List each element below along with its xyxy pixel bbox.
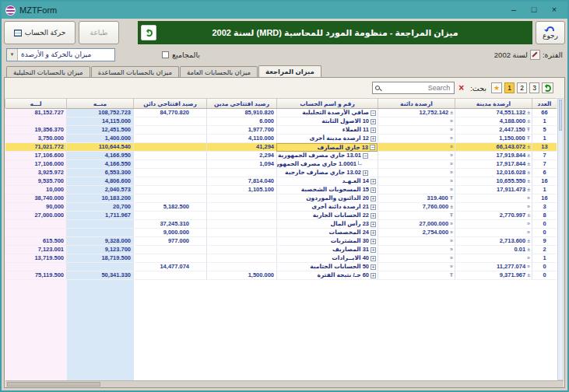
- expand-icon[interactable]: +: [371, 119, 376, 124]
- refresh-search-button[interactable]: [542, 82, 553, 93]
- print-button[interactable]: طباعة: [79, 21, 119, 44]
- expand-icon[interactable]: +: [371, 230, 376, 236]
- horizontal-scrollbar[interactable]: [5, 380, 564, 387]
- vertical-scrollbar[interactable]: [557, 98, 564, 380]
- cell-to: 81,152.727: [5, 109, 66, 117]
- expand-icon[interactable]: +: [371, 213, 376, 219]
- cell-debit-balance: ±10,655.550: [455, 177, 532, 186]
- table-row[interactable]: 1±17,911.473«+15 المسحوبات الشخصية1,105.…: [5, 186, 557, 194]
- tab-general-accounts[interactable]: ميزان بالحسابات العامة: [180, 66, 258, 77]
- header-account[interactable]: رقم و اسم الحساب: [276, 99, 378, 108]
- expand-icon[interactable]: +: [371, 239, 376, 244]
- table-row[interactable]: 8±2,770.997Ŧ+22 الحسابات الجارية1,711.96…: [5, 212, 557, 220]
- cell-debit-balance: ±74,551.132: [455, 109, 532, 117]
- table-row[interactable]: 1Ŧ1,150.000«+12 ارصدة مدينة أخرى4,110.00…: [5, 135, 557, 143]
- cell-opening-debit: 1,977.700: [206, 126, 276, 135]
- cell-to: 75,119.500: [5, 271, 66, 280]
- cell-to: 3,925.972: [5, 169, 66, 177]
- account-name: 12 ارصدة مدينة أخرى: [310, 135, 369, 142]
- refresh-button[interactable]: [141, 25, 156, 40]
- period-value: لسنة 2002: [494, 51, 528, 59]
- table-row[interactable]: 0««2,754.000+24 المخصصات9,000.000: [5, 229, 557, 237]
- maximize-button[interactable]: □: [525, 4, 543, 16]
- expand-icon[interactable]: +: [371, 247, 376, 253]
- expand-icon[interactable]: +: [371, 179, 376, 184]
- expand-icon[interactable]: +: [371, 128, 376, 133]
- expand-icon[interactable]: +: [371, 196, 376, 201]
- header-opening-credit[interactable]: رصيد افتتاحي دائن: [133, 99, 206, 108]
- expand-icon[interactable]: +: [371, 273, 376, 278]
- cell-credit-balance: «: [378, 135, 455, 143]
- collapse-icon[interactable]: −: [371, 110, 376, 116]
- cell-debit-balance: ±66,143.072: [455, 143, 532, 152]
- favorites-button[interactable]: ★: [491, 82, 502, 93]
- refresh-icon: [146, 30, 153, 37]
- expand-icon[interactable]: +: [371, 187, 376, 193]
- expand-icon[interactable]: +: [371, 256, 376, 261]
- expand-icon[interactable]: +: [371, 222, 376, 227]
- expand-icon[interactable]: +: [363, 170, 368, 176]
- close-button[interactable]: ×: [545, 4, 564, 16]
- page-button-1[interactable]: 1: [504, 82, 515, 93]
- table-row[interactable]: 0«11,277.074«+50 الحسابات الختامية14,477…: [5, 263, 557, 271]
- header-from[interactable]: منــه: [66, 99, 133, 108]
- clear-search-icon[interactable]: ×: [457, 83, 465, 93]
- table-row[interactable]: 0««27,000.000+23 رأس المال37,245.310: [5, 220, 557, 229]
- page-button-3[interactable]: 3: [529, 82, 539, 93]
- mode-dropdown[interactable]: ▼ ميزان بالحركة و الأرصدة: [6, 48, 115, 61]
- cell-from: 1,711.967: [66, 212, 133, 220]
- header-count[interactable]: العدد: [532, 99, 557, 108]
- table-row[interactable]: 16±10,655.550«+14 العـهـد7,814.0404,806.…: [5, 177, 557, 186]
- tab-auxiliary-accounts[interactable]: ميزان بالحسابات المساعدة: [91, 66, 179, 77]
- collapse-icon[interactable]: −: [370, 145, 375, 150]
- cell-account: 1.0001 جاري مصرف الجمهورية - مصراتة ...: [276, 160, 378, 169]
- totals-checkbox[interactable]: [162, 51, 169, 58]
- minimize-button[interactable]: –: [504, 4, 523, 16]
- table-row[interactable]: 66±74,551.132±12,752.142−صافي الأرصدة ال…: [5, 109, 557, 117]
- table-row[interactable]: 5Ŧ2,447.150«+11 العملاء1,977.70012,451.5…: [5, 126, 557, 135]
- app-icon: [5, 5, 16, 16]
- cell-credit-balance: ±7,760.000: [378, 203, 455, 212]
- expand-icon[interactable]: +: [371, 264, 376, 270]
- search-input[interactable]: [380, 83, 451, 93]
- expand-icon[interactable]: +: [371, 136, 376, 142]
- collapse-icon[interactable]: −: [363, 153, 368, 159]
- header-debit-balances[interactable]: ارصدة مدينة: [455, 99, 532, 108]
- account-name: 13.02 جاري مصارف خارجية: [285, 169, 361, 177]
- header-credit-balances[interactable]: ارصدة دائنة: [378, 99, 455, 108]
- period-edit-button[interactable]: [530, 50, 540, 60]
- table-row[interactable]: 3«±7,760.000+21 ارصدة دائنة أخرى5,182.50…: [5, 203, 557, 212]
- cell-debit-balance: ±12,016.028: [455, 169, 532, 177]
- table-row[interactable]: 7±17,919.844«−13.01 جاري مصرف الجمهورية2…: [5, 152, 557, 160]
- header-to[interactable]: لـــه: [5, 99, 66, 108]
- table-row[interactable]: 2±0.01«+31 المصاريف9,123.7007,123.001: [5, 246, 557, 254]
- account-movement-button[interactable]: حركة الحساب: [4, 21, 76, 44]
- table-row[interactable]: 0±9,371.967Ŧ+60 حـ/ نتيجة الفترة1,500.00…: [5, 271, 557, 280]
- cell-opening-credit: 37,245.310: [133, 220, 206, 229]
- titlebar[interactable]: MZTForm – □ ×: [2, 2, 567, 19]
- page-button-2[interactable]: 2: [517, 82, 527, 93]
- tab-analytical-accounts[interactable]: ميزان بالحسابات التحليلية: [6, 66, 90, 77]
- table-row[interactable]: 6±12,016.028«+13.02 جاري مصارف خارجية6,5…: [5, 169, 557, 177]
- cell-debit-balance: ±2,770.997: [455, 212, 532, 220]
- cell-from: 4,166.550: [66, 160, 133, 169]
- back-button[interactable]: رجوع: [536, 21, 565, 44]
- search-box[interactable]: [372, 82, 455, 94]
- table-row[interactable]: 7±17,917.844«1.0001 جاري مصرف الجمهورية …: [5, 160, 557, 169]
- chevron-down-icon[interactable]: ▼: [7, 49, 18, 61]
- table-row[interactable]: 1±4,188.000«+10 الاصول الثابتة6.00014,11…: [5, 117, 557, 126]
- cell-account: +23 رأس المال: [276, 220, 378, 229]
- table-row[interactable]: 16«Ŧ319.400+20 الدائنون والموردون10,183.…: [5, 194, 557, 203]
- cell-opening-credit: 14,477.074: [133, 263, 206, 271]
- table-row[interactable]: 9±2,713.600«+30 المشتريات977.0009,328.00…: [5, 237, 557, 246]
- scrollbar-thumb[interactable]: [559, 100, 562, 131]
- expand-icon[interactable]: +: [371, 205, 376, 210]
- cell-account: −صافي الأرصدة التحليلية: [276, 109, 378, 117]
- tab-trial-balance[interactable]: ميزان المراجعة: [258, 65, 321, 77]
- scrollbar-thumb[interactable]: [7, 382, 100, 387]
- header-opening-debit[interactable]: رصيد افتتاحي مدين: [206, 99, 276, 108]
- cell-debit-balance: «: [455, 203, 532, 212]
- cell-count: 9: [532, 237, 557, 246]
- table-row[interactable]: 1««+40 الايــرادات18,719.50013,719.500: [5, 254, 557, 263]
- table-row[interactable]: 13±66,143.072«−13 جاري المصارف41,294110,…: [5, 143, 557, 152]
